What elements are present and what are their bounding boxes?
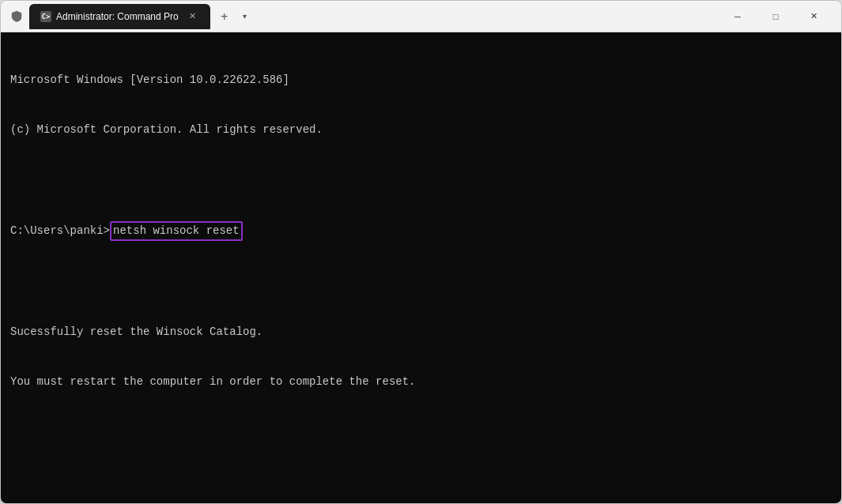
terminal-line-1: Microsoft Windows [Version 10.0.22622.58… [10, 72, 832, 88]
terminal-line-4 [10, 274, 832, 291]
command-1: netsh winsock reset [110, 221, 243, 241]
main-window: C> Administrator: Command Pro ✕ + ▾ ─ □ … [0, 0, 842, 504]
active-tab[interactable]: C> Administrator: Command Pro ✕ [29, 4, 210, 29]
terminal-line-5 [10, 423, 832, 440]
tab-icon: C> [40, 11, 51, 22]
new-tab-button[interactable]: + [213, 6, 236, 28]
prompt-text-1: C:\Users\panki> [10, 223, 110, 239]
window-controls: ─ □ ✕ [719, 4, 832, 29]
maximize-button[interactable]: □ [757, 4, 794, 29]
titlebar: C> Administrator: Command Pro ✕ + ▾ ─ □ … [1, 1, 841, 32]
terminal-output[interactable]: Microsoft Windows [Version 10.0.22622.58… [1, 32, 841, 503]
tab-close-button[interactable]: ✕ [187, 10, 199, 23]
terminal-line-3 [10, 171, 832, 188]
tab-area: C> Administrator: Command Pro ✕ + ▾ [29, 4, 255, 29]
terminal-prompt-1: C:\Users\panki>netsh winsock reset [10, 221, 832, 241]
minimize-button[interactable]: ─ [719, 4, 756, 29]
tab-label: Administrator: Command Pro [56, 11, 179, 22]
terminal-output-1a: Sucessfully reset the Winsock Catalog. [10, 324, 832, 340]
close-button[interactable]: ✕ [795, 4, 832, 29]
titlebar-left: C> Administrator: Command Pro ✕ + ▾ [10, 4, 719, 29]
tab-dropdown-button[interactable]: ▾ [236, 7, 255, 26]
terminal-output-1b: You must restart the computer in order t… [10, 374, 832, 390]
shield-icon [10, 10, 23, 23]
terminal-line-2: (c) Microsoft Corporation. All rights re… [10, 122, 832, 138]
terminal-line-6 [10, 473, 832, 490]
